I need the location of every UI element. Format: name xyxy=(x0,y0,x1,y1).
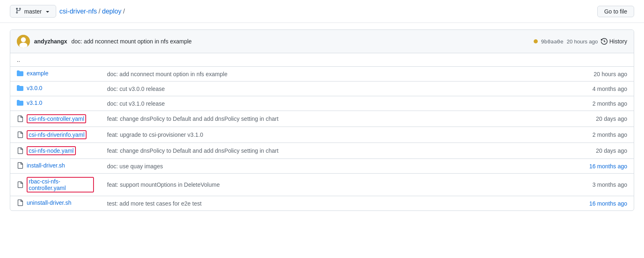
table-row: csi-nfs-controller.yaml feat: change dns… xyxy=(10,111,634,127)
commit-bar-right: 9b0aa0e 20 hours ago History xyxy=(534,38,627,45)
commit-msg-cell: doc: cut v3.0.0 release xyxy=(100,81,568,96)
commit-message: doc: add nconnect mount option in nfs ex… xyxy=(71,38,192,45)
time-cell-blue: 16 months ago xyxy=(568,159,634,174)
file-icon: v3.1.0 xyxy=(17,100,42,106)
branch-icon xyxy=(15,7,22,15)
file-doc-icon xyxy=(17,162,23,169)
top-bar-left: master csi-driver-nfs / deploy / xyxy=(10,5,125,18)
file-doc-icon xyxy=(17,199,23,206)
parent-dir-cell: .. xyxy=(10,53,100,67)
breadcrumb-sep1: / xyxy=(98,8,100,15)
file-name-link[interactable]: v3.1.0 xyxy=(27,100,42,106)
table-row: v3.0.0 doc: cut v3.0.0 release 4 months … xyxy=(10,81,634,96)
file-name-link[interactable]: example xyxy=(27,70,48,77)
file-doc-icon xyxy=(17,181,23,188)
table-row: csi-nfs-node.yaml feat: change dnsPolicy… xyxy=(10,143,634,159)
breadcrumb-folder-link[interactable]: deploy xyxy=(102,8,121,15)
file-name-highlighted-link[interactable]: rbac-csi-nfs-controller.yaml xyxy=(27,177,94,192)
branch-selector[interactable]: master xyxy=(10,5,56,18)
file-name-link[interactable]: v3.0.0 xyxy=(27,85,42,91)
table-row: v3.1.0 doc: cut v3.1.0 release 2 months … xyxy=(10,96,634,111)
commit-status-dot xyxy=(534,39,538,43)
table-row: csi-nfs-driverinfo.yaml feat: upgrade to… xyxy=(10,127,634,143)
repo-container: andyzhangx doc: add nconnect mount optio… xyxy=(10,29,634,211)
breadcrumb-repo-link[interactable]: csi-driver-nfs xyxy=(59,8,97,15)
commit-msg-cell: doc: cut v3.1.0 release xyxy=(100,96,568,111)
parent-dir-time xyxy=(568,53,634,67)
file-name-link[interactable]: uninstall-driver.sh xyxy=(27,199,71,206)
file-icon: rbac-csi-nfs-controller.yaml xyxy=(17,177,94,192)
file-icon: install-driver.sh xyxy=(17,162,65,169)
time-cell: 20 days ago xyxy=(568,111,634,127)
file-name-link[interactable]: install-driver.sh xyxy=(27,162,65,169)
branch-name: master xyxy=(24,8,42,15)
commit-msg-cell: doc: use quay images xyxy=(100,159,568,174)
file-name-highlighted-link[interactable]: csi-nfs-controller.yaml xyxy=(27,114,86,123)
folder-icon xyxy=(17,85,23,91)
svg-point-1 xyxy=(21,37,26,42)
time-cell-blue: 16 months ago xyxy=(568,196,634,211)
commit-msg-cell: feat: change dnsPolicy to Default and ad… xyxy=(100,143,568,159)
file-icon: csi-nfs-node.yaml xyxy=(17,146,76,155)
time-cell: 20 days ago xyxy=(568,143,634,159)
commit-msg-cell: feat: upgrade to csi-provisioner v3.1.0 xyxy=(100,127,568,143)
history-label: History xyxy=(609,38,627,45)
commit-time: 20 hours ago xyxy=(567,38,598,45)
commit-msg-cell: feat: support mountOptions in DeleteVolu… xyxy=(100,174,568,196)
file-name-highlighted-link[interactable]: csi-nfs-node.yaml xyxy=(27,146,76,155)
file-table: .. example doc: add nconnect mount opti xyxy=(10,53,634,210)
chevron-down-icon xyxy=(44,8,51,15)
time-cell: 20 hours ago xyxy=(568,67,634,81)
parent-dir-message xyxy=(100,53,568,67)
file-doc-icon xyxy=(17,115,23,122)
history-icon xyxy=(601,38,607,45)
time-cell: 2 months ago xyxy=(568,127,634,143)
file-doc-icon xyxy=(17,131,23,138)
table-row: rbac-csi-nfs-controller.yaml feat: suppo… xyxy=(10,174,634,196)
history-link[interactable]: History xyxy=(601,38,627,45)
commit-bar: andyzhangx doc: add nconnect mount optio… xyxy=(10,30,634,53)
file-icon: csi-nfs-controller.yaml xyxy=(17,114,86,123)
commit-msg-cell: feat: change dnsPolicy to Default and ad… xyxy=(100,111,568,127)
go-to-file-button[interactable]: Go to file xyxy=(597,6,634,17)
commit-msg-cell: test: add more test cases for e2e test xyxy=(100,196,568,211)
table-row: install-driver.sh doc: use quay images 1… xyxy=(10,159,634,174)
breadcrumb: csi-driver-nfs / deploy / xyxy=(59,8,125,15)
top-bar: master csi-driver-nfs / deploy / Go to f… xyxy=(0,0,644,23)
parent-dir-row: .. xyxy=(10,53,634,67)
file-icon: uninstall-driver.sh xyxy=(17,199,71,206)
commit-author[interactable]: andyzhangx xyxy=(34,38,67,45)
file-doc-icon xyxy=(17,147,23,154)
avatar xyxy=(17,35,30,48)
time-cell: 2 months ago xyxy=(568,96,634,111)
file-icon: example xyxy=(17,70,48,77)
file-name-highlighted-link[interactable]: csi-nfs-driverinfo.yaml xyxy=(27,130,87,139)
table-row: uninstall-driver.sh test: add more test … xyxy=(10,196,634,211)
time-cell: 4 months ago xyxy=(568,81,634,96)
commit-hash[interactable]: 9b0aa0e xyxy=(541,38,564,45)
breadcrumb-sep2: / xyxy=(123,8,125,15)
time-cell: 3 months ago xyxy=(568,174,634,196)
file-icon: csi-nfs-driverinfo.yaml xyxy=(17,130,87,139)
commit-bar-left: andyzhangx doc: add nconnect mount optio… xyxy=(17,35,192,48)
folder-icon xyxy=(17,100,23,106)
folder-icon xyxy=(17,70,23,77)
table-row: example doc: add nconnect mount option i… xyxy=(10,67,634,81)
file-icon: v3.0.0 xyxy=(17,85,42,91)
commit-msg-cell: doc: add nconnect mount option in nfs ex… xyxy=(100,67,568,81)
parent-dir-link[interactable]: .. xyxy=(17,57,20,63)
